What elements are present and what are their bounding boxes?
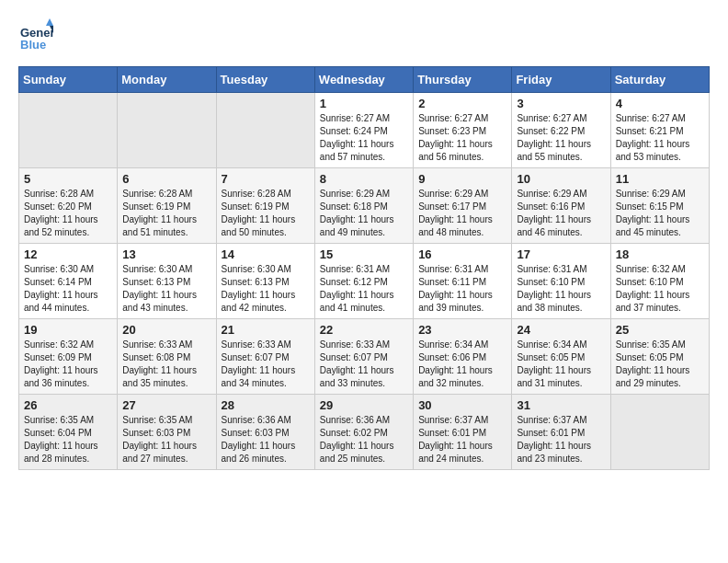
calendar-cell bbox=[19, 93, 118, 168]
day-number: 13 bbox=[122, 247, 210, 261]
calendar-cell: 5Sunrise: 6:28 AM Sunset: 6:20 PM Daylig… bbox=[19, 168, 118, 244]
day-number: 17 bbox=[517, 247, 605, 261]
weekday-header-thursday: Thursday bbox=[414, 67, 512, 93]
day-number: 9 bbox=[418, 172, 506, 186]
day-number: 6 bbox=[122, 172, 210, 186]
calendar-cell: 11Sunrise: 6:29 AM Sunset: 6:15 PM Dayli… bbox=[610, 168, 709, 244]
calendar-cell: 1Sunrise: 6:27 AM Sunset: 6:24 PM Daylig… bbox=[314, 93, 413, 168]
day-number: 29 bbox=[320, 398, 408, 412]
day-info: Sunrise: 6:31 AM Sunset: 6:11 PM Dayligh… bbox=[418, 263, 506, 315]
calendar-cell: 21Sunrise: 6:33 AM Sunset: 6:07 PM Dayli… bbox=[216, 319, 314, 395]
day-number: 30 bbox=[418, 398, 506, 412]
day-number: 27 bbox=[122, 398, 210, 412]
day-number: 15 bbox=[320, 247, 408, 261]
day-info: Sunrise: 6:33 AM Sunset: 6:07 PM Dayligh… bbox=[320, 339, 408, 390]
calendar-cell: 15Sunrise: 6:31 AM Sunset: 6:12 PM Dayli… bbox=[314, 244, 413, 319]
day-info: Sunrise: 6:27 AM Sunset: 6:23 PM Dayligh… bbox=[418, 112, 506, 164]
calendar-cell: 10Sunrise: 6:29 AM Sunset: 6:16 PM Dayli… bbox=[512, 168, 610, 244]
day-info: Sunrise: 6:36 AM Sunset: 6:02 PM Dayligh… bbox=[320, 414, 408, 465]
day-info: Sunrise: 6:34 AM Sunset: 6:05 PM Dayligh… bbox=[517, 339, 605, 390]
day-info: Sunrise: 6:35 AM Sunset: 6:03 PM Dayligh… bbox=[122, 414, 210, 465]
calendar-cell: 24Sunrise: 6:34 AM Sunset: 6:05 PM Dayli… bbox=[512, 319, 610, 395]
day-number: 19 bbox=[24, 323, 112, 337]
calendar-cell: 2Sunrise: 6:27 AM Sunset: 6:23 PM Daylig… bbox=[414, 93, 512, 168]
day-info: Sunrise: 6:35 AM Sunset: 6:05 PM Dayligh… bbox=[616, 339, 704, 390]
calendar-week-3: 12Sunrise: 6:30 AM Sunset: 6:14 PM Dayli… bbox=[19, 244, 710, 319]
calendar-cell: 26Sunrise: 6:35 AM Sunset: 6:04 PM Dayli… bbox=[19, 395, 118, 470]
day-number: 16 bbox=[418, 247, 506, 261]
day-info: Sunrise: 6:28 AM Sunset: 6:19 PM Dayligh… bbox=[222, 188, 310, 239]
day-number: 7 bbox=[222, 172, 310, 186]
day-info: Sunrise: 6:30 AM Sunset: 6:14 PM Dayligh… bbox=[24, 263, 112, 315]
day-info: Sunrise: 6:28 AM Sunset: 6:19 PM Dayligh… bbox=[122, 188, 210, 239]
calendar-cell: 19Sunrise: 6:32 AM Sunset: 6:09 PM Dayli… bbox=[19, 319, 118, 395]
calendar-week-4: 19Sunrise: 6:32 AM Sunset: 6:09 PM Dayli… bbox=[19, 319, 710, 395]
calendar-cell bbox=[118, 93, 216, 168]
day-number: 23 bbox=[418, 323, 506, 337]
day-number: 12 bbox=[24, 247, 112, 261]
weekday-header-saturday: Saturday bbox=[610, 67, 709, 93]
day-number: 24 bbox=[517, 323, 605, 337]
day-number: 14 bbox=[222, 247, 310, 261]
weekday-header-tuesday: Tuesday bbox=[216, 67, 314, 93]
calendar-cell: 7Sunrise: 6:28 AM Sunset: 6:19 PM Daylig… bbox=[216, 168, 314, 244]
day-number: 10 bbox=[517, 172, 605, 186]
day-info: Sunrise: 6:37 AM Sunset: 6:01 PM Dayligh… bbox=[517, 414, 605, 465]
weekday-header-friday: Friday bbox=[512, 67, 610, 93]
svg-text:Blue: Blue bbox=[20, 38, 46, 52]
calendar-cell: 17Sunrise: 6:31 AM Sunset: 6:10 PM Dayli… bbox=[512, 244, 610, 319]
calendar-cell: 29Sunrise: 6:36 AM Sunset: 6:02 PM Dayli… bbox=[314, 395, 413, 470]
day-number: 1 bbox=[320, 97, 408, 110]
day-number: 31 bbox=[517, 398, 605, 412]
weekday-header-monday: Monday bbox=[118, 67, 216, 93]
weekday-header-wednesday: Wednesday bbox=[314, 67, 413, 93]
calendar-cell: 30Sunrise: 6:37 AM Sunset: 6:01 PM Dayli… bbox=[414, 395, 512, 470]
calendar-week-5: 26Sunrise: 6:35 AM Sunset: 6:04 PM Dayli… bbox=[19, 395, 710, 470]
calendar-week-2: 5Sunrise: 6:28 AM Sunset: 6:20 PM Daylig… bbox=[19, 168, 710, 244]
day-info: Sunrise: 6:36 AM Sunset: 6:03 PM Dayligh… bbox=[222, 414, 310, 465]
calendar-cell: 9Sunrise: 6:29 AM Sunset: 6:17 PM Daylig… bbox=[414, 168, 512, 244]
day-info: Sunrise: 6:27 AM Sunset: 6:22 PM Dayligh… bbox=[517, 112, 605, 164]
day-info: Sunrise: 6:28 AM Sunset: 6:20 PM Dayligh… bbox=[24, 188, 112, 239]
day-info: Sunrise: 6:37 AM Sunset: 6:01 PM Dayligh… bbox=[418, 414, 506, 465]
calendar-cell: 27Sunrise: 6:35 AM Sunset: 6:03 PM Dayli… bbox=[118, 395, 216, 470]
day-number: 22 bbox=[320, 323, 408, 337]
day-info: Sunrise: 6:29 AM Sunset: 6:15 PM Dayligh… bbox=[616, 188, 704, 239]
calendar-cell bbox=[216, 93, 314, 168]
day-number: 4 bbox=[616, 97, 704, 110]
calendar-cell: 25Sunrise: 6:35 AM Sunset: 6:05 PM Dayli… bbox=[610, 319, 709, 395]
calendar-cell: 13Sunrise: 6:30 AM Sunset: 6:13 PM Dayli… bbox=[118, 244, 216, 319]
day-number: 3 bbox=[517, 97, 605, 110]
day-info: Sunrise: 6:32 AM Sunset: 6:10 PM Dayligh… bbox=[616, 263, 704, 315]
day-number: 25 bbox=[616, 323, 704, 337]
day-info: Sunrise: 6:27 AM Sunset: 6:21 PM Dayligh… bbox=[616, 112, 704, 164]
calendar-cell: 23Sunrise: 6:34 AM Sunset: 6:06 PM Dayli… bbox=[414, 319, 512, 395]
day-info: Sunrise: 6:30 AM Sunset: 6:13 PM Dayligh… bbox=[122, 263, 210, 315]
svg-marker-2 bbox=[46, 18, 53, 26]
calendar-week-1: 1Sunrise: 6:27 AM Sunset: 6:24 PM Daylig… bbox=[19, 93, 710, 168]
day-info: Sunrise: 6:29 AM Sunset: 6:17 PM Dayligh… bbox=[418, 188, 506, 239]
calendar-cell bbox=[610, 395, 709, 470]
weekday-header-sunday: Sunday bbox=[19, 67, 118, 93]
day-number: 8 bbox=[320, 172, 408, 186]
calendar-cell: 3Sunrise: 6:27 AM Sunset: 6:22 PM Daylig… bbox=[512, 93, 610, 168]
day-info: Sunrise: 6:29 AM Sunset: 6:16 PM Dayligh… bbox=[517, 188, 605, 239]
calendar-cell: 22Sunrise: 6:33 AM Sunset: 6:07 PM Dayli… bbox=[314, 319, 413, 395]
day-number: 11 bbox=[616, 172, 704, 186]
day-number: 26 bbox=[24, 398, 112, 412]
calendar-cell: 28Sunrise: 6:36 AM Sunset: 6:03 PM Dayli… bbox=[216, 395, 314, 470]
weekday-header-row: SundayMondayTuesdayWednesdayThursdayFrid… bbox=[19, 67, 710, 93]
calendar-table: SundayMondayTuesdayWednesdayThursdayFrid… bbox=[18, 66, 710, 470]
logo-icon: General Blue bbox=[18, 18, 51, 52]
day-number: 18 bbox=[616, 247, 704, 261]
day-info: Sunrise: 6:33 AM Sunset: 6:08 PM Dayligh… bbox=[122, 339, 210, 390]
day-info: Sunrise: 6:29 AM Sunset: 6:18 PM Dayligh… bbox=[320, 188, 408, 239]
calendar-cell: 31Sunrise: 6:37 AM Sunset: 6:01 PM Dayli… bbox=[512, 395, 610, 470]
day-info: Sunrise: 6:34 AM Sunset: 6:06 PM Dayligh… bbox=[418, 339, 506, 390]
calendar-cell: 18Sunrise: 6:32 AM Sunset: 6:10 PM Dayli… bbox=[610, 244, 709, 319]
day-number: 2 bbox=[418, 97, 506, 110]
calendar-cell: 6Sunrise: 6:28 AM Sunset: 6:19 PM Daylig… bbox=[118, 168, 216, 244]
day-info: Sunrise: 6:32 AM Sunset: 6:09 PM Dayligh… bbox=[24, 339, 112, 390]
calendar-cell: 4Sunrise: 6:27 AM Sunset: 6:21 PM Daylig… bbox=[610, 93, 709, 168]
logo: General Blue bbox=[18, 18, 55, 52]
